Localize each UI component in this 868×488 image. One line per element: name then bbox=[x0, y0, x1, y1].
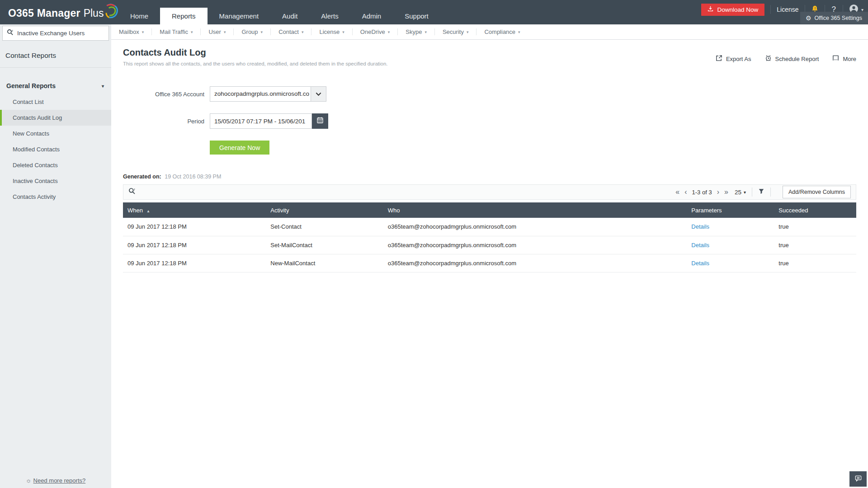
pagination-first-icon[interactable]: « bbox=[675, 188, 679, 196]
svg-text:!: ! bbox=[814, 6, 816, 10]
schedule-report-button[interactable]: Schedule Report bbox=[765, 55, 819, 63]
add-remove-columns-button[interactable]: Add/Remove Columns bbox=[783, 186, 851, 198]
pagination-last-icon[interactable]: » bbox=[724, 188, 728, 196]
caret-down-icon: ▾ bbox=[388, 30, 390, 34]
tab-alerts[interactable]: Alerts bbox=[309, 8, 350, 24]
generate-now-button[interactable]: Generate Now bbox=[210, 141, 269, 155]
report-search-input[interactable] bbox=[17, 30, 104, 37]
table-row: 09 Jun 2017 12:18 PM Set-MailContact o36… bbox=[123, 236, 856, 254]
subnav-onedrive[interactable]: OneDrive▾ bbox=[353, 24, 397, 40]
cell-activity: Set-MailContact bbox=[266, 236, 383, 254]
cell-activity: New-MailContact bbox=[266, 254, 383, 272]
account-select[interactable]: zohocorpadmgrplus.onmicrosoft.co bbox=[210, 86, 326, 102]
sidebar-search-box bbox=[2, 26, 109, 41]
generated-on-value: 19 Oct 2016 08:39 PM bbox=[165, 174, 221, 180]
cell-succeeded: true bbox=[774, 218, 856, 236]
cell-when: 09 Jun 2017 12:18 PM bbox=[123, 254, 266, 272]
column-header-succeeded[interactable]: Succeeded bbox=[774, 202, 856, 218]
tab-support[interactable]: Support bbox=[393, 8, 440, 24]
cell-who: o365team@zohocorpadmgrplus.onmicrosoft.c… bbox=[383, 254, 687, 272]
sidebar-group-general-reports[interactable]: General Reports ▾ bbox=[0, 78, 111, 94]
subnav-contact[interactable]: Contact▾ bbox=[271, 24, 311, 40]
subnav-group[interactable]: Group▾ bbox=[234, 24, 270, 40]
details-link[interactable]: Details bbox=[691, 242, 709, 249]
caret-down-icon: ▾ bbox=[302, 30, 304, 34]
period-label: Period bbox=[123, 118, 204, 125]
sidebar-item-contact-list[interactable]: Contact List bbox=[0, 94, 111, 110]
logo-text-bold: O365 Manager bbox=[8, 7, 80, 19]
subnav-user[interactable]: User▾ bbox=[201, 24, 233, 40]
download-now-label: Download Now bbox=[717, 6, 758, 13]
cell-who: o365team@zohocorpadmgrplus.onmicrosoft.c… bbox=[383, 218, 687, 236]
subnav-label: User bbox=[208, 28, 221, 35]
table-search-icon[interactable] bbox=[128, 188, 136, 197]
column-header-who[interactable]: Who bbox=[383, 202, 687, 218]
subnav-license[interactable]: License▾ bbox=[311, 24, 352, 40]
details-link[interactable]: Details bbox=[691, 223, 709, 230]
gear-icon: ⚙ bbox=[806, 14, 811, 22]
export-as-button[interactable]: Export As bbox=[716, 55, 751, 63]
subnav-skype[interactable]: Skype▾ bbox=[398, 24, 434, 40]
office365-settings-button[interactable]: ⚙ Office 365 Settings bbox=[800, 12, 868, 24]
caret-down-icon: ▾ bbox=[467, 30, 469, 34]
sidebar: Contact Reports General Reports ▾ Contac… bbox=[0, 24, 111, 488]
calendar-button[interactable] bbox=[312, 113, 328, 129]
toolbar-divider bbox=[752, 188, 752, 197]
tab-audit[interactable]: Audit bbox=[270, 8, 309, 24]
download-icon bbox=[708, 6, 713, 13]
need-more-reports-link[interactable]: Need more reports? bbox=[33, 477, 86, 484]
sidebar-item-deleted-contacts[interactable]: Deleted Contacts bbox=[0, 157, 111, 173]
subnav-security[interactable]: Security▾ bbox=[435, 24, 476, 40]
pagination-count: 1-3 of 3 bbox=[692, 189, 712, 196]
subnav-label: License bbox=[319, 28, 340, 35]
cell-parameters: Details bbox=[687, 254, 774, 272]
caret-down-icon: ▾ bbox=[861, 7, 863, 12]
subnav-label: Contact bbox=[278, 28, 299, 35]
download-now-button[interactable]: Download Now bbox=[701, 4, 764, 16]
tab-reports[interactable]: Reports bbox=[160, 8, 208, 24]
column-header-parameters[interactable]: Parameters bbox=[687, 202, 774, 218]
page-size-select[interactable]: 25 ▾ bbox=[735, 189, 746, 196]
license-link[interactable]: License bbox=[777, 6, 798, 13]
export-as-label: Export As bbox=[726, 56, 751, 62]
alarm-clock-icon bbox=[765, 55, 772, 63]
logo-swirl-icon bbox=[104, 5, 118, 21]
cell-parameters: Details bbox=[687, 218, 774, 236]
table-header-row: When ▴ Activity Who Parameters Succeeded bbox=[123, 202, 856, 218]
subnav-compliance[interactable]: Compliance▾ bbox=[476, 24, 528, 40]
app-logo: O365 Manager Plus bbox=[8, 5, 118, 21]
more-icon bbox=[832, 55, 839, 63]
tab-admin[interactable]: Admin bbox=[350, 8, 393, 24]
main-content: Contacts Audit Log This report shows all… bbox=[111, 40, 868, 488]
sidebar-item-inactive-contacts[interactable]: Inactive Contacts bbox=[0, 173, 111, 189]
cell-who: o365team@zohocorpadmgrplus.onmicrosoft.c… bbox=[383, 236, 687, 254]
calendar-icon bbox=[316, 117, 324, 126]
tab-management[interactable]: Management bbox=[208, 8, 271, 24]
caret-down-icon: ▾ bbox=[518, 30, 520, 34]
logo-text-light: Plus bbox=[84, 7, 104, 19]
subnav-mail-traffic[interactable]: Mail Traffic▾ bbox=[152, 24, 200, 40]
column-header-activity[interactable]: Activity bbox=[266, 202, 383, 218]
sidebar-item-modified-contacts[interactable]: Modified Contacts bbox=[0, 141, 111, 157]
audit-log-table: When ▴ Activity Who Parameters Succeeded… bbox=[123, 202, 856, 272]
subnav-mailbox[interactable]: Mailbox▾ bbox=[111, 24, 151, 40]
main-nav: Home Reports Management Audit Alerts Adm… bbox=[118, 8, 440, 24]
account-label: Office 365 Account bbox=[123, 91, 204, 98]
header-divider bbox=[770, 5, 771, 14]
column-label: When bbox=[127, 207, 143, 214]
chat-feedback-button[interactable] bbox=[849, 471, 867, 487]
chevron-down-icon[interactable] bbox=[311, 87, 326, 101]
pagination-next-icon[interactable]: › bbox=[717, 188, 719, 196]
tab-home[interactable]: Home bbox=[118, 8, 160, 24]
sidebar-item-new-contacts[interactable]: New Contacts bbox=[0, 126, 111, 141]
period-input[interactable] bbox=[210, 113, 312, 129]
report-actions: Export As Schedule Report bbox=[716, 55, 856, 63]
pagination-prev-icon[interactable]: ‹ bbox=[684, 188, 687, 196]
schedule-report-label: Schedule Report bbox=[775, 56, 819, 62]
filter-button[interactable] bbox=[758, 188, 764, 196]
details-link[interactable]: Details bbox=[691, 260, 709, 267]
sidebar-item-contacts-audit-log[interactable]: Contacts Audit Log bbox=[0, 110, 111, 126]
more-button[interactable]: More bbox=[832, 55, 856, 63]
sidebar-item-contacts-activity[interactable]: Contacts Activity bbox=[0, 189, 111, 205]
column-header-when[interactable]: When ▴ bbox=[123, 202, 266, 218]
